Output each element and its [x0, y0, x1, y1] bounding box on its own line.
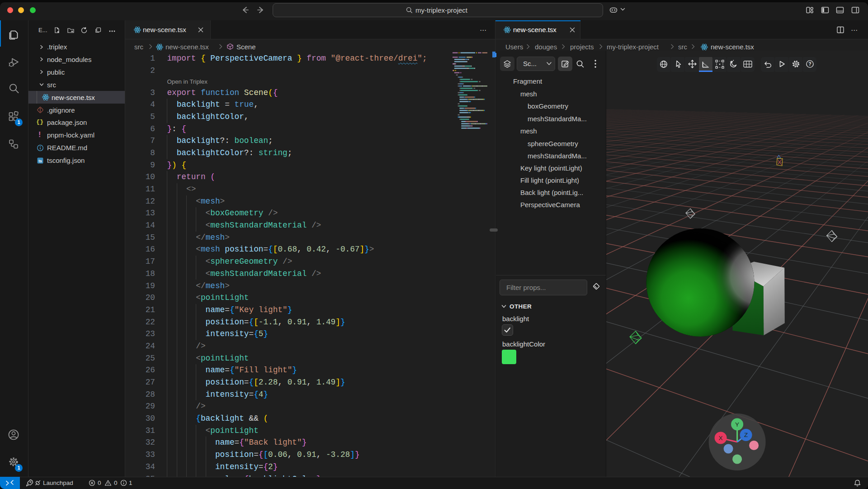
svg-text:?: ?	[808, 61, 811, 66]
svg-text:Z: Z	[744, 432, 748, 438]
svg-text:Y: Y	[735, 421, 739, 428]
svg-text:X: X	[719, 435, 723, 442]
